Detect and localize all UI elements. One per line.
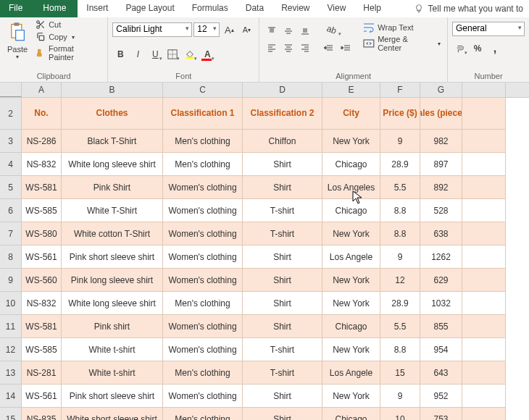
cell[interactable]: Chicago: [322, 408, 380, 420]
cell[interactable]: 28.9: [380, 292, 420, 315]
cell[interactable]: No.: [22, 98, 62, 130]
cell[interactable]: Pink shirt: [62, 315, 163, 338]
cell[interactable]: Los Angele: [322, 245, 380, 269]
cell[interactable]: WS-581: [22, 315, 62, 338]
fill-color-button[interactable]: [182, 46, 198, 62]
cell[interactable]: Chicago: [322, 199, 380, 222]
cell[interactable]: 897: [420, 153, 462, 176]
align-top-button[interactable]: [264, 23, 280, 39]
tab-help[interactable]: Help: [354, 0, 390, 17]
cell[interactable]: WS-581: [22, 176, 62, 199]
align-bottom-button[interactable]: [297, 23, 313, 39]
cell[interactable]: WS-561: [22, 245, 62, 269]
cell[interactable]: 855: [420, 315, 462, 338]
cell[interactable]: Shirt: [243, 315, 322, 338]
percent-format-button[interactable]: %: [470, 41, 486, 56]
cell[interactable]: [462, 153, 506, 176]
font-color-button[interactable]: A: [199, 46, 215, 62]
col-header-e[interactable]: E: [322, 83, 380, 97]
row-header[interactable]: 14: [0, 385, 22, 408]
cell[interactable]: White long sleeve shirt: [62, 153, 163, 176]
row-header[interactable]: 4: [0, 153, 22, 176]
merge-center-button[interactable]: Merge & Center▾: [361, 34, 443, 53]
number-format-select[interactable]: General: [452, 22, 525, 36]
cell[interactable]: [462, 385, 506, 408]
cell[interactable]: 1032: [420, 292, 462, 315]
cell[interactable]: 952: [420, 385, 462, 408]
cell[interactable]: T-shirt: [243, 361, 322, 385]
tab-data[interactable]: Data: [237, 0, 272, 17]
cell[interactable]: Shirt: [243, 385, 322, 408]
cell[interactable]: Clothes: [62, 98, 163, 130]
cell[interactable]: Shirt: [243, 176, 322, 199]
cell[interactable]: 15: [380, 361, 420, 385]
cell[interactable]: Los Angeles: [322, 176, 380, 199]
cell[interactable]: New York: [322, 222, 380, 245]
cell[interactable]: Men's clothing: [163, 292, 243, 315]
cut-button[interactable]: Cut: [33, 19, 103, 30]
cell[interactable]: New York: [322, 338, 380, 361]
cell[interactable]: 954: [420, 338, 462, 361]
cell[interactable]: White long sleeve shirt: [62, 292, 163, 315]
cell[interactable]: Shirt: [243, 245, 322, 269]
cell[interactable]: Chicago: [322, 315, 380, 338]
cell[interactable]: 8.8: [380, 222, 420, 245]
cell[interactable]: New York: [322, 385, 380, 408]
tab-view[interactable]: View: [319, 0, 355, 17]
wrap-text-button[interactable]: Wrap Text: [361, 22, 443, 33]
cell[interactable]: Men's clothing: [163, 130, 243, 153]
cell[interactable]: T-shirt: [243, 199, 322, 222]
cell[interactable]: WS-585: [22, 338, 62, 361]
cell[interactable]: Pink long sleeve shirt: [62, 269, 163, 292]
align-center-button[interactable]: [280, 40, 296, 56]
comma-format-button[interactable]: ,: [487, 41, 503, 56]
row-header[interactable]: 8: [0, 245, 22, 269]
col-header-g[interactable]: G: [420, 83, 462, 97]
cell[interactable]: Men's clothing: [163, 408, 243, 420]
cell[interactable]: White cotton T-Shirt: [62, 222, 163, 245]
cell[interactable]: Pink Shirt: [62, 176, 163, 199]
tab-page-layout[interactable]: Page Layout: [117, 0, 183, 17]
borders-button[interactable]: [164, 46, 180, 62]
cell[interactable]: Women's clothing: [163, 385, 243, 408]
cell[interactable]: [462, 292, 506, 315]
cell[interactable]: 5.5: [380, 176, 420, 199]
cell[interactable]: Men's clothing: [163, 153, 243, 176]
cell[interactable]: Women's clothing: [163, 269, 243, 292]
tell-me[interactable]: Tell me what you want to: [408, 0, 529, 17]
cell[interactable]: 10: [380, 408, 420, 420]
cell[interactable]: 528: [420, 199, 462, 222]
cell[interactable]: 8.8: [380, 338, 420, 361]
cell[interactable]: NS-835: [22, 408, 62, 420]
tab-file[interactable]: File: [0, 0, 31, 17]
cell[interactable]: Pink short sleeve shirt: [62, 245, 163, 269]
italic-button[interactable]: I: [130, 46, 146, 62]
cell[interactable]: Classification 1: [163, 98, 243, 130]
cell[interactable]: White t-shirt: [62, 361, 163, 385]
copy-button[interactable]: Copy▾: [33, 31, 103, 43]
cell[interactable]: New York: [322, 269, 380, 292]
col-header-f[interactable]: F: [380, 83, 420, 97]
cell[interactable]: White short sleeve shirt: [62, 408, 163, 420]
cell[interactable]: 8.8: [380, 199, 420, 222]
align-right-button[interactable]: [297, 40, 313, 56]
cell[interactable]: Shirt: [243, 269, 322, 292]
cell[interactable]: Shirt: [243, 292, 322, 315]
decrease-font-button[interactable]: A▾: [238, 22, 254, 38]
cell[interactable]: 9: [380, 130, 420, 153]
row-header[interactable]: 2: [0, 98, 22, 130]
cell[interactable]: [462, 130, 506, 153]
col-header-a[interactable]: A: [22, 83, 62, 97]
cell[interactable]: 643: [420, 361, 462, 385]
accounting-format-button[interactable]: [452, 41, 468, 56]
format-painter-button[interactable]: Format Painter: [33, 43, 103, 62]
cell[interactable]: Classification 2: [243, 98, 322, 130]
cell[interactable]: 982: [420, 130, 462, 153]
cell[interactable]: Pink short sleeve shirt: [62, 385, 163, 408]
cell[interactable]: NS-832: [22, 292, 62, 315]
row-header[interactable]: 12: [0, 338, 22, 361]
cell[interactable]: [462, 176, 506, 199]
cell[interactable]: 12: [380, 269, 420, 292]
underline-button[interactable]: U: [147, 46, 163, 62]
col-header-h[interactable]: [462, 83, 506, 97]
